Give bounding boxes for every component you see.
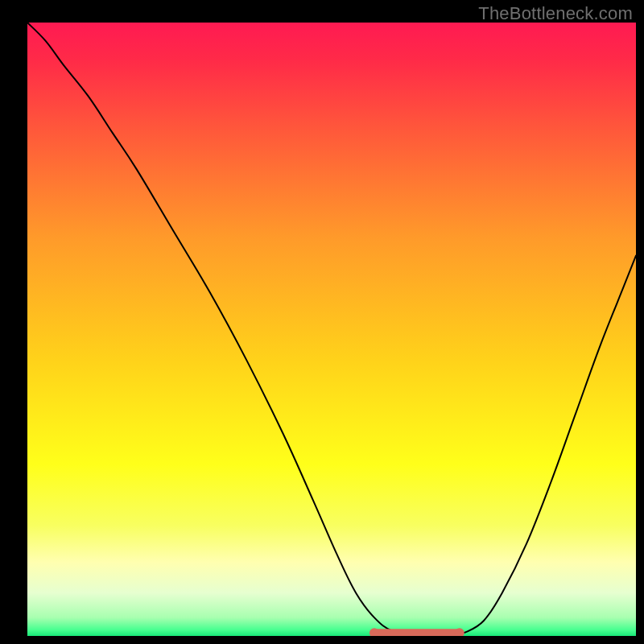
watermark-label: TheBottleneck.com [478, 3, 633, 24]
chart-container: TheBottleneck.com [0, 0, 644, 644]
bottleneck-chart [0, 0, 644, 644]
optimal-zone-endpoint [369, 628, 379, 638]
optimal-zone-endpoint [455, 628, 464, 638]
